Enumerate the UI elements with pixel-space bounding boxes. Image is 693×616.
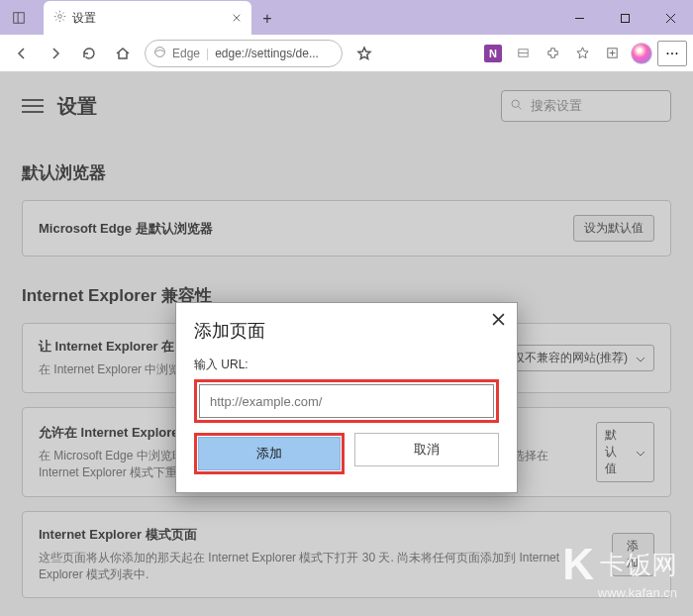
address-app-label: Edge xyxy=(172,47,200,60)
browser-toolbar: Edge | edge://settings/de... N ··· xyxy=(0,35,693,72)
url-input-highlight xyxy=(194,379,499,423)
window-titlebar: 设置 + xyxy=(0,0,693,35)
new-tab-button[interactable]: + xyxy=(251,3,283,35)
refresh-button[interactable] xyxy=(73,38,105,69)
edge-icon xyxy=(153,46,166,61)
add-button-highlight: 添加 xyxy=(194,433,345,474)
home-button[interactable] xyxy=(107,38,139,69)
svg-point-5 xyxy=(155,47,165,56)
gear-icon xyxy=(53,10,66,26)
page-content: 设置 搜索设置 默认浏览器 Microsoft Edge 是默认浏览器 设为默认… xyxy=(0,72,693,616)
extensions-button[interactable] xyxy=(539,40,566,67)
browser-tab[interactable]: 设置 xyxy=(44,1,251,35)
svg-point-2 xyxy=(58,15,62,19)
profile-button[interactable] xyxy=(628,40,655,67)
window-controls xyxy=(556,1,693,35)
dialog-add-button[interactable]: 添加 xyxy=(198,437,341,470)
more-menu-button[interactable]: ··· xyxy=(657,41,687,66)
svg-rect-4 xyxy=(621,14,629,22)
address-bar[interactable]: Edge | edge://settings/de... xyxy=(145,40,343,67)
tab-close-button[interactable] xyxy=(232,10,242,26)
close-window-button[interactable] xyxy=(647,1,693,35)
minimize-button[interactable] xyxy=(556,1,602,35)
tab-actions-button[interactable] xyxy=(0,1,38,35)
onenote-extension-icon[interactable]: N xyxy=(479,40,507,67)
svg-rect-0 xyxy=(14,13,25,24)
back-button[interactable] xyxy=(6,38,38,69)
dialog-cancel-button[interactable]: 取消 xyxy=(354,433,499,466)
dialog-title: 添加页面 xyxy=(194,319,499,343)
dialog-backdrop[interactable]: 添加页面 输入 URL: 添加 取消 xyxy=(0,72,693,616)
add-page-dialog: 添加页面 输入 URL: 添加 取消 xyxy=(175,302,518,493)
maximize-button[interactable] xyxy=(602,1,647,35)
tab-title: 设置 xyxy=(72,10,96,27)
forward-button[interactable] xyxy=(40,38,71,69)
address-url: edge://settings/de... xyxy=(215,47,319,60)
dialog-close-button[interactable] xyxy=(492,313,505,329)
dialog-url-label: 输入 URL: xyxy=(194,357,499,373)
url-input[interactable] xyxy=(199,384,494,418)
collections-button[interactable] xyxy=(598,40,626,67)
extension-icon-1[interactable] xyxy=(509,40,537,67)
favorites-button[interactable] xyxy=(568,40,596,67)
favorite-button[interactable] xyxy=(348,38,380,69)
